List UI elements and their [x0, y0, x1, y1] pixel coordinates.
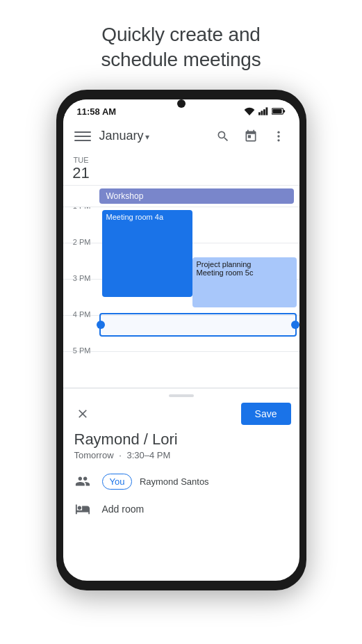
search-button[interactable] [211, 124, 236, 149]
add-room-label[interactable]: Add room [102, 504, 145, 515]
calendar-header: TUE 21 [63, 153, 299, 186]
calendar-view-button[interactable] [238, 124, 263, 149]
event-date: Tomorrow [74, 450, 114, 460]
headline: Quickly create and schedule meetings [73, 0, 288, 90]
app-bar-actions [211, 124, 291, 149]
close-button[interactable] [72, 403, 94, 425]
headline-line2: schedule meetings [101, 49, 261, 70]
event-title-project-planning: Project planningMeeting room 5c [197, 260, 254, 277]
event-title: Raymond / Lori [63, 430, 299, 450]
room-icon [75, 501, 90, 517]
time-grid: 1 PM 2 PM 3 PM 4 PM 5 PM [63, 207, 299, 388]
attendees-row: You Raymond Santos [63, 467, 299, 495]
camera-notch [177, 99, 186, 108]
add-room-row[interactable]: Add room [63, 495, 299, 523]
sheet-toolbar: Save [63, 397, 299, 430]
month-chevron: ▾ [145, 132, 149, 142]
selection-bar [99, 313, 297, 337]
more-options-button[interactable] [266, 124, 291, 149]
people-icon-container [74, 473, 91, 490]
more-vert-icon [272, 129, 286, 143]
selection-handle-right[interactable] [291, 321, 299, 329]
status-icons [244, 107, 286, 115]
day-label: TUE [63, 156, 99, 164]
save-button[interactable]: Save [241, 403, 291, 425]
room-icon-container [74, 501, 91, 517]
you-chip[interactable]: You [102, 474, 133, 490]
bottom-sheet: Save Raymond / Lori Tomorrow · 3:30–4 PM… [63, 388, 299, 523]
selection-range[interactable] [99, 313, 297, 337]
svg-rect-0 [258, 113, 261, 115]
month-label: January [99, 129, 144, 143]
workshop-event[interactable]: Workshop [99, 188, 294, 204]
headline-line1: Quickly create and [101, 24, 260, 45]
svg-point-7 [277, 131, 279, 133]
attendee-name: Raymond Santos [140, 476, 209, 487]
project-planning-event[interactable]: Project planningMeeting room 5c [192, 257, 297, 307]
phone-mockup: 11:58 AM [56, 90, 306, 590]
selection-handle-left[interactable] [97, 321, 105, 329]
event-time-range: 3:30–4 PM [126, 450, 170, 460]
event-time: Tomorrow · 3:30–4 PM [63, 450, 299, 467]
calendar-view-icon [244, 129, 258, 143]
attendees-chips: You Raymond Santos [102, 474, 209, 490]
signal-icon [258, 107, 268, 115]
svg-point-8 [277, 135, 279, 137]
dot-separator: · [119, 450, 122, 460]
time-label-1pm: 1 PM [63, 207, 97, 210]
close-icon [76, 407, 90, 421]
time-label-5pm: 5 PM [63, 346, 97, 355]
time-label-4pm: 4 PM [63, 310, 97, 319]
svg-rect-3 [265, 108, 268, 115]
hamburger-menu-button[interactable] [74, 128, 91, 145]
status-time: 11:58 AM [77, 106, 117, 117]
date-number: 21 [63, 164, 99, 182]
svg-rect-6 [272, 109, 281, 113]
event-title-meeting-room-4a: Meeting room 4a [106, 213, 164, 221]
all-day-row: Workshop [63, 186, 299, 207]
app-bar: January ▾ [63, 120, 299, 153]
battery-icon [272, 107, 286, 115]
svg-rect-5 [283, 111, 285, 113]
phone-screen: 11:58 AM [63, 99, 299, 581]
grid-row-5pm: 5 PM [63, 352, 299, 388]
time-label-3pm: 3 PM [63, 274, 97, 282]
search-icon [216, 129, 230, 143]
month-title[interactable]: January ▾ [99, 129, 211, 143]
people-icon [75, 474, 90, 489]
meeting-room-4a-event[interactable]: Meeting room 4a [102, 210, 192, 297]
svg-point-9 [277, 139, 279, 141]
wifi-icon [244, 107, 255, 115]
date-column: TUE 21 [63, 153, 99, 185]
svg-rect-1 [261, 111, 263, 115]
svg-rect-2 [263, 109, 265, 115]
time-label-2pm: 2 PM [63, 238, 97, 246]
